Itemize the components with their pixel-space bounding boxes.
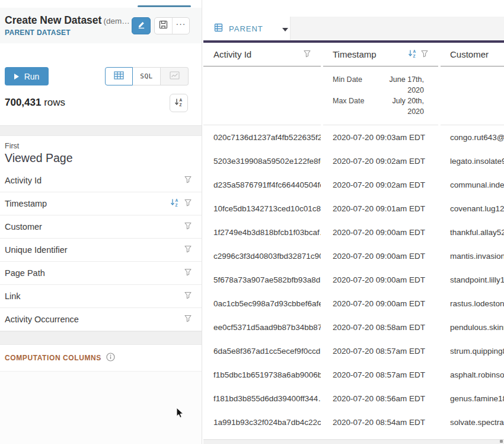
table-view-button[interactable] bbox=[105, 67, 133, 85]
column-label: Page Path bbox=[5, 268, 184, 278]
results-tabbar: PARENT bbox=[203, 17, 504, 40]
cell-activity-id: c2996c3f3d40803fbd32871c90… bbox=[203, 252, 321, 261]
svg-text:A: A bbox=[180, 98, 183, 102]
sort-az-icon[interactable]: AZ bbox=[408, 49, 417, 60]
svg-text:A: A bbox=[413, 49, 416, 53]
computation-columns-label: COMPUTATION COLUMNS bbox=[5, 354, 101, 362]
cell-timestamp: 2020-07-20 09:00am EDT bbox=[323, 275, 438, 284]
cell-customer: thankful.allay526 bbox=[441, 228, 504, 237]
computation-columns-section: COMPUTATION COLUMNS bbox=[0, 345, 202, 371]
stats-activity-id bbox=[203, 66, 321, 125]
page-title-suffix: (dem… bbox=[103, 17, 129, 26]
header-customer[interactable]: Customer bbox=[441, 43, 504, 66]
parent-dataset-label: PARENT DATASET bbox=[5, 28, 132, 37]
activity-group-card: First Viewed Page Activity Id Timestamp … bbox=[0, 136, 202, 331]
cell-customer: legato.insolate963 bbox=[441, 157, 504, 166]
filter-icon[interactable] bbox=[184, 268, 192, 278]
filter-icon[interactable] bbox=[184, 245, 192, 255]
cell-activity-id: 020c7136d1237af4fb522635f2… bbox=[203, 133, 321, 142]
cell-activity-id: 5203e319908a59502e122fe8fc… bbox=[203, 157, 321, 166]
dataset-titles: Create New Dataset(dem… PARENT DATASET bbox=[0, 14, 132, 37]
table-body: 020c7136d1237af4fb522635f2… 2020-07-20 0… bbox=[203, 125, 504, 434]
filter-icon[interactable] bbox=[184, 291, 192, 302]
max-date-label: Max Date bbox=[333, 96, 387, 117]
ellipsis-icon: ··· bbox=[176, 21, 186, 30]
table-stack-icon bbox=[214, 23, 223, 34]
cell-customer: solvate.spectral73 bbox=[441, 418, 504, 427]
info-icon[interactable] bbox=[106, 353, 115, 364]
dataset-header: Create New Dataset(dem… PARENT DATASET bbox=[0, 8, 202, 43]
table-row: d235a5876791ff4fc66440504fc… 2020-07-20 … bbox=[203, 173, 504, 196]
header-activity-id[interactable]: Activity Id bbox=[203, 43, 321, 66]
save-button[interactable] bbox=[155, 18, 172, 34]
tab-parent[interactable]: PARENT bbox=[203, 17, 291, 40]
sql-view-button[interactable]: SQL bbox=[133, 67, 161, 85]
panel-divider bbox=[0, 331, 202, 345]
sort-az-icon[interactable]: AZ bbox=[170, 198, 179, 209]
table-row: 5203e319908a59502e122fe8fc… 2020-07-20 0… bbox=[203, 149, 504, 173]
cell-customer: genus.famine1810 bbox=[441, 394, 504, 403]
column-label: Link bbox=[5, 291, 184, 301]
edit-button[interactable] bbox=[132, 17, 151, 34]
cell-activity-id: ee0cf5371d5aad9b87b34bb87… bbox=[203, 323, 321, 332]
group-title: Viewed Page bbox=[5, 151, 197, 165]
results-panel: PARENT Activity Id Timestamp bbox=[203, 0, 504, 444]
table-row: ee0cf5371d5aad9b87b34bb87… 2020-07-20 08… bbox=[203, 315, 504, 339]
cell-activity-id: 6da5e8f367ad1cc5ecef9f0ccd… bbox=[203, 347, 321, 356]
sql-label: SQL bbox=[140, 72, 152, 80]
table-row: 1f2749e4b3d818bfcb1f03bcaf… 2020-07-20 0… bbox=[203, 220, 504, 244]
table-row: 10fce5db1342713ced10c01c8… 2020-07-20 09… bbox=[203, 196, 504, 220]
horizontal-scrollbar-track[interactable] bbox=[203, 439, 504, 444]
cell-customer: pendulous.skinny bbox=[441, 323, 504, 332]
cell-activity-id: 1a991b93c32f024ba7db4c22c… bbox=[203, 418, 321, 427]
tab-parent-label: PARENT bbox=[229, 24, 263, 33]
stats-customer bbox=[441, 66, 504, 125]
cell-timestamp: 2020-07-20 09:00am EDT bbox=[323, 252, 438, 261]
chart-icon bbox=[170, 71, 180, 82]
svg-text:A: A bbox=[176, 198, 178, 202]
filter-icon[interactable] bbox=[184, 314, 192, 325]
row-count: 700,431 rows bbox=[5, 97, 65, 109]
chart-view-button[interactable] bbox=[161, 67, 189, 85]
svg-text:Z: Z bbox=[180, 102, 182, 106]
dataset-app: Create New Dataset(dem… PARENT DATASET bbox=[0, 0, 504, 444]
cell-timestamp: 2020-07-20 08:57am EDT bbox=[323, 347, 438, 356]
column-label: Timestamp bbox=[5, 199, 170, 208]
dataset-column-row[interactable]: Timestamp AZ bbox=[0, 192, 202, 215]
table-row: c2996c3f3d40803fbd32871c90… 2020-07-20 0… bbox=[203, 244, 504, 268]
cell-customer: congo.rut643@ex bbox=[441, 133, 504, 142]
column-stats-row: Min Date June 17th, 2020 Max Date July 2… bbox=[203, 66, 504, 125]
table-row: 6da5e8f367ad1cc5ecef9f0ccd… 2020-07-20 0… bbox=[203, 339, 504, 363]
sort-az-icon: AZ bbox=[174, 98, 183, 109]
filter-icon[interactable] bbox=[184, 198, 192, 209]
dataset-column-row[interactable]: Customer bbox=[0, 215, 202, 239]
filter-icon[interactable] bbox=[184, 221, 192, 232]
sort-rows-button[interactable]: AZ bbox=[170, 94, 188, 112]
dataset-column-row[interactable]: Link bbox=[0, 285, 202, 308]
dataset-column-row[interactable]: Unique Identifier bbox=[0, 239, 202, 262]
min-date-value: June 17th, 2020 bbox=[387, 74, 424, 96]
table-grid-icon bbox=[114, 71, 124, 82]
table-row: f181bd3b855d6dd39400ff344… 2020-07-20 08… bbox=[203, 386, 504, 410]
group-kicker: First bbox=[5, 142, 197, 150]
header-timestamp[interactable]: Timestamp AZ bbox=[323, 43, 438, 66]
cell-timestamp: 2020-07-20 09:03am EDT bbox=[323, 133, 438, 142]
run-button[interactable]: Run bbox=[5, 67, 49, 85]
more-button[interactable]: ··· bbox=[172, 18, 189, 34]
table-row: 0ac1cb5ec998a7d93cbbef6afe… 2020-07-20 0… bbox=[203, 291, 504, 315]
cell-activity-id: 5f678a73a907ae582bfb93a8d… bbox=[203, 275, 321, 284]
chevron-down-icon[interactable] bbox=[282, 23, 288, 34]
filter-icon[interactable] bbox=[303, 49, 311, 60]
dataset-column-row[interactable]: Page Path bbox=[0, 262, 202, 285]
filter-icon[interactable] bbox=[184, 175, 192, 186]
table-row: f1b5dbc1b6519738a6ab9006b… 2020-07-20 08… bbox=[203, 363, 504, 386]
table-row: 020c7136d1237af4fb522635f2… 2020-07-20 0… bbox=[203, 125, 504, 149]
cell-customer: rastus.lodestone1 bbox=[441, 299, 504, 308]
cell-activity-id: 0ac1cb5ec998a7d93cbbef6afe… bbox=[203, 299, 321, 308]
cell-customer: covenant.lug1296 bbox=[441, 204, 504, 213]
dataset-column-row[interactable]: Activity Occurrence bbox=[0, 308, 202, 331]
filter-icon[interactable] bbox=[420, 49, 429, 60]
dataset-column-row[interactable]: Activity Id bbox=[0, 169, 202, 192]
cell-activity-id: 10fce5db1342713ced10c01c8… bbox=[203, 204, 321, 213]
table-header-row: Activity Id Timestamp AZ bbox=[203, 43, 504, 66]
